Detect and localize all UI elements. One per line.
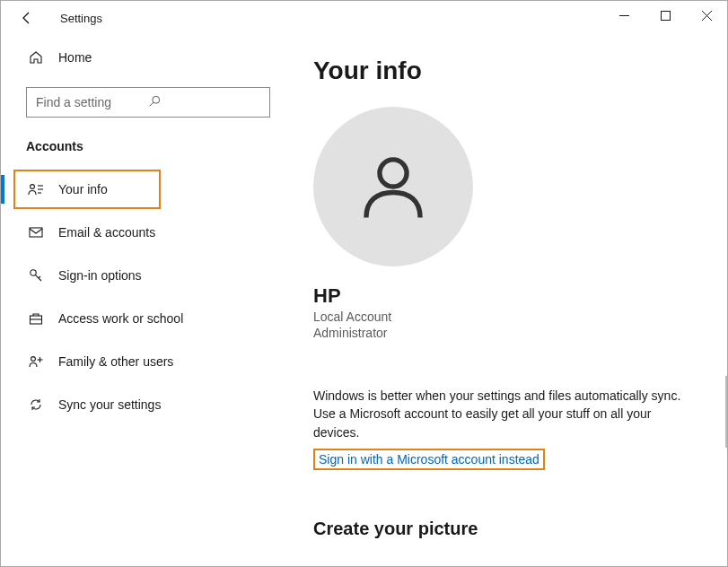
svg-point-19: [380, 160, 407, 187]
key-icon: [26, 268, 46, 283]
main-content: Your info HP Local Account Administrator…: [288, 35, 727, 566]
promo-text: Windows is better when your settings and…: [313, 387, 690, 441]
highlight-annotation: Sign in with a Microsoft account instead: [313, 449, 545, 470]
minimize-icon: [619, 11, 629, 21]
svg-point-11: [31, 270, 36, 275]
username: HP: [313, 284, 702, 308]
search-input[interactable]: Find a setting: [26, 87, 270, 118]
svg-point-16: [31, 357, 36, 362]
svg-point-6: [31, 185, 35, 189]
sidebar-item-access-work-school[interactable]: Access work or school: [26, 301, 288, 336]
sidebar: Home Find a setting Accounts Your info: [1, 35, 288, 566]
close-icon: [702, 11, 712, 21]
search-icon: [148, 95, 260, 110]
maximize-icon: [661, 11, 671, 21]
sidebar-item-label: Access work or school: [58, 311, 183, 326]
sync-icon: [26, 397, 46, 412]
arrow-left-icon: [20, 11, 34, 25]
sidebar-item-label: Email & accounts: [58, 225, 155, 240]
svg-rect-10: [30, 228, 42, 237]
sidebar-item-your-info[interactable]: Your info: [26, 171, 288, 207]
sidebar-item-family-other-users[interactable]: Family & other users: [26, 344, 288, 379]
create-picture-header: Create your picture: [313, 519, 702, 539]
sidebar-item-label: Your info: [58, 182, 108, 196]
close-button[interactable]: [686, 1, 727, 30]
account-role: Administrator: [313, 326, 702, 340]
sign-in-microsoft-link[interactable]: Sign in with a Microsoft account instead: [319, 452, 539, 467]
svg-line-13: [39, 276, 40, 278]
sidebar-item-sign-in-options[interactable]: Sign-in options: [26, 257, 288, 293]
page-title: Your info: [313, 57, 702, 85]
person-icon: [355, 148, 432, 225]
person-card-icon: [26, 182, 46, 196]
sidebar-item-email-accounts[interactable]: Email & accounts: [26, 214, 288, 250]
svg-rect-1: [661, 11, 670, 20]
account-type: Local Account: [313, 310, 702, 324]
sidebar-item-label: Sync your settings: [58, 397, 161, 412]
svg-line-5: [150, 102, 153, 106]
people-icon: [26, 354, 46, 369]
home-label: Home: [58, 50, 92, 65]
briefcase-icon: [26, 311, 46, 326]
mail-icon: [26, 225, 46, 240]
avatar: [313, 107, 473, 266]
sidebar-item-sync-settings[interactable]: Sync your settings: [26, 387, 288, 423]
scrollbar[interactable]: [725, 376, 727, 448]
minimize-button[interactable]: [603, 1, 645, 30]
home-nav[interactable]: Home: [26, 40, 288, 74]
svg-point-4: [153, 96, 160, 103]
search-placeholder: Find a setting: [36, 95, 148, 109]
window-title: Settings: [60, 12, 102, 25]
sidebar-item-label: Family & other users: [58, 354, 173, 369]
maximize-button[interactable]: [645, 1, 686, 30]
section-header: Accounts: [26, 139, 288, 153]
home-icon: [26, 50, 46, 65]
sidebar-item-label: Sign-in options: [58, 268, 142, 283]
back-button[interactable]: [13, 4, 40, 31]
